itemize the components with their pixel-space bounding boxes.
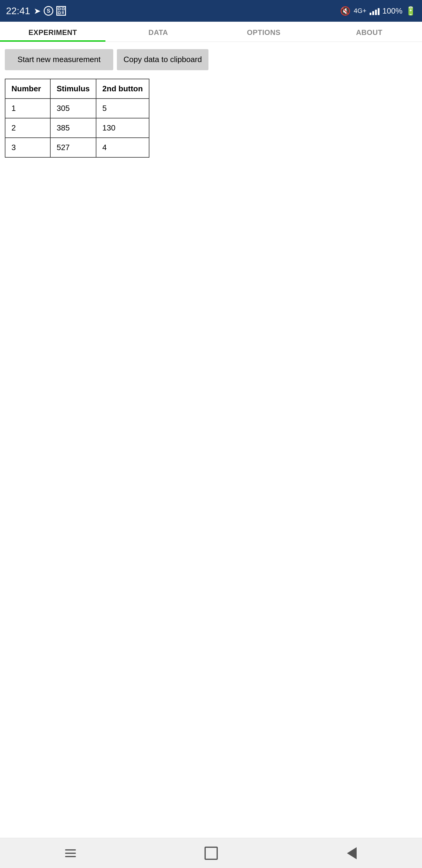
mute-icon: 🔇 [340, 6, 351, 16]
tab-experiment[interactable]: EXPERIMENT [0, 22, 105, 41]
nav-tabs: EXPERIMENT DATA OPTIONS ABOUT [0, 22, 422, 42]
back-icon [347, 847, 357, 859]
table-cell: 1 [5, 98, 50, 118]
svg-rect-7 [63, 11, 64, 12]
table-cell: 305 [50, 98, 96, 118]
svg-rect-3 [62, 8, 64, 10]
home-button[interactable] [199, 844, 223, 862]
buttons-row: Start new measurement Copy data to clipb… [5, 49, 417, 70]
status-bar: 22:41 ➤ S 🔇 4G+ [0, 0, 422, 22]
table-row: 35274 [5, 138, 149, 157]
battery-percentage: 100% [383, 6, 403, 16]
col-header-stimulus: Stimulus [50, 79, 96, 98]
svg-rect-1 [59, 8, 60, 10]
signal-icon [369, 7, 380, 15]
svg-rect-5 [59, 12, 60, 13]
start-measurement-button[interactable]: Start new measurement [5, 49, 113, 70]
table-cell: 527 [50, 138, 96, 157]
table-cell: 5 [96, 98, 149, 118]
svg-rect-9 [63, 13, 64, 13]
home-icon [204, 846, 218, 860]
table-row: 2385130 [5, 118, 149, 138]
col-header-number: Number [5, 79, 50, 98]
table-cell: 4 [96, 138, 149, 157]
tab-about[interactable]: ABOUT [317, 22, 422, 41]
shazam-icon: S [44, 6, 53, 16]
table-header-row: Number Stimulus 2nd button [5, 79, 149, 98]
network-type: 4G+ [354, 7, 366, 15]
menu-button[interactable] [59, 844, 83, 862]
qr-icon [56, 6, 66, 16]
table-cell: 385 [50, 118, 96, 138]
battery-full-icon: 🔋 [405, 6, 416, 16]
bottom-nav [0, 838, 422, 868]
back-button[interactable] [340, 844, 364, 862]
data-table: Number Stimulus 2nd button 1305523851303… [5, 79, 150, 158]
status-icons-right: 🔇 4G+ 100% 🔋 [340, 6, 416, 16]
tab-data[interactable]: DATA [105, 22, 211, 41]
col-header-2nd-button: 2nd button [96, 79, 149, 98]
navigation-arrow-icon: ➤ [34, 6, 41, 16]
tab-options[interactable]: OPTIONS [211, 22, 317, 41]
copy-data-button[interactable]: Copy data to clipboard [117, 49, 208, 70]
table-cell: 3 [5, 138, 50, 157]
menu-icon [65, 849, 76, 857]
main-content: Start new measurement Copy data to clipb… [0, 42, 422, 838]
svg-rect-6 [62, 11, 63, 12]
status-time: 22:41 [6, 5, 30, 17]
table-row: 13055 [5, 98, 149, 118]
table-cell: 2 [5, 118, 50, 138]
table-cell: 130 [96, 118, 149, 138]
svg-rect-8 [62, 13, 63, 13]
